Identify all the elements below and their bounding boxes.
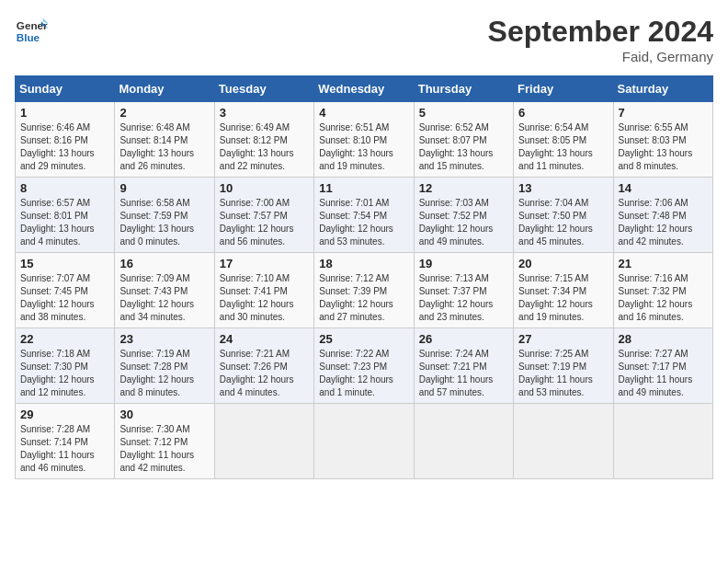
day-number: 2: [119, 106, 209, 120]
day-info: Sunrise: 7:06 AM Sunset: 7:48 PM Dayligh…: [619, 197, 708, 248]
day-info: Sunrise: 6:48 AM Sunset: 8:14 PM Dayligh…: [119, 121, 209, 173]
day-number: 12: [419, 181, 508, 195]
col-saturday: Saturday: [613, 76, 712, 102]
day-info: Sunrise: 7:28 AM Sunset: 7:14 PM Dayligh…: [20, 423, 109, 475]
day-info: Sunrise: 7:04 AM Sunset: 7:50 PM Dayligh…: [518, 197, 608, 248]
calendar-table: Sunday Monday Tuesday Wednesday Thursday…: [15, 75, 713, 479]
day-cell-29: 29 Sunrise: 7:28 AM Sunset: 7:14 PM Dayl…: [16, 404, 115, 479]
empty-cell: [214, 404, 313, 479]
day-cell-14: 14 Sunrise: 7:06 AM Sunset: 7:48 PM Dayl…: [613, 178, 712, 253]
day-cell-10: 10 Sunrise: 7:00 AM Sunset: 7:57 PM Dayl…: [214, 178, 313, 253]
day-info: Sunrise: 7:01 AM Sunset: 7:54 PM Dayligh…: [319, 197, 408, 248]
day-info: Sunrise: 7:22 AM Sunset: 7:23 PM Dayligh…: [319, 348, 408, 399]
col-monday: Monday: [115, 76, 214, 102]
day-number: 1: [20, 106, 109, 120]
day-info: Sunrise: 6:58 AM Sunset: 7:59 PM Dayligh…: [119, 197, 209, 248]
day-info: Sunrise: 6:51 AM Sunset: 8:10 PM Dayligh…: [319, 121, 408, 173]
day-number: 5: [419, 106, 508, 120]
day-number: 19: [419, 257, 508, 270]
logo-icon: General Blue: [15, 15, 48, 48]
day-cell-19: 19 Sunrise: 7:13 AM Sunset: 7:37 PM Dayl…: [414, 253, 513, 328]
day-number: 17: [220, 257, 309, 270]
day-cell-12: 12 Sunrise: 7:03 AM Sunset: 7:52 PM Dayl…: [414, 178, 513, 253]
day-cell-11: 11 Sunrise: 7:01 AM Sunset: 7:54 PM Dayl…: [314, 178, 414, 253]
col-wednesday: Wednesday: [314, 76, 414, 102]
day-info: Sunrise: 7:18 AM Sunset: 7:30 PM Dayligh…: [20, 348, 109, 399]
day-info: Sunrise: 7:10 AM Sunset: 7:41 PM Dayligh…: [220, 272, 309, 324]
day-cell-7: 7 Sunrise: 6:55 AM Sunset: 8:03 PM Dayli…: [613, 102, 712, 178]
col-tuesday: Tuesday: [214, 76, 313, 102]
empty-cell: [314, 404, 414, 479]
day-number: 7: [619, 106, 708, 120]
day-cell-16: 16 Sunrise: 7:09 AM Sunset: 7:43 PM Dayl…: [115, 253, 214, 328]
day-number: 13: [518, 181, 608, 195]
day-number: 27: [518, 332, 608, 346]
day-cell-15: 15 Sunrise: 7:07 AM Sunset: 7:45 PM Dayl…: [16, 253, 115, 328]
day-number: 9: [119, 181, 209, 195]
col-thursday: Thursday: [414, 76, 513, 102]
day-cell-28: 28 Sunrise: 7:27 AM Sunset: 7:17 PM Dayl…: [613, 328, 712, 404]
day-number: 29: [20, 408, 109, 421]
empty-cell: [613, 404, 712, 479]
day-cell-30: 30 Sunrise: 7:30 AM Sunset: 7:12 PM Dayl…: [115, 404, 214, 479]
col-sunday: Sunday: [16, 76, 115, 102]
day-info: Sunrise: 6:52 AM Sunset: 8:07 PM Dayligh…: [419, 121, 508, 173]
day-info: Sunrise: 7:03 AM Sunset: 7:52 PM Dayligh…: [419, 197, 508, 248]
empty-cell: [414, 404, 513, 479]
day-number: 21: [619, 257, 708, 270]
day-number: 15: [20, 257, 109, 270]
day-info: Sunrise: 6:49 AM Sunset: 8:12 PM Dayligh…: [220, 121, 309, 173]
day-number: 23: [119, 332, 209, 346]
day-number: 20: [518, 257, 608, 270]
day-cell-8: 8 Sunrise: 6:57 AM Sunset: 8:01 PM Dayli…: [16, 178, 115, 253]
day-cell-13: 13 Sunrise: 7:04 AM Sunset: 7:50 PM Dayl…: [514, 178, 613, 253]
day-info: Sunrise: 7:24 AM Sunset: 7:21 PM Dayligh…: [419, 348, 508, 399]
day-number: 18: [319, 257, 408, 270]
day-number: 22: [20, 332, 109, 346]
title-block: September 2024 Faid, Germany: [488, 15, 713, 64]
day-info: Sunrise: 7:16 AM Sunset: 7:32 PM Dayligh…: [619, 272, 708, 324]
day-cell-5: 5 Sunrise: 6:52 AM Sunset: 8:07 PM Dayli…: [414, 102, 513, 178]
day-cell-4: 4 Sunrise: 6:51 AM Sunset: 8:10 PM Dayli…: [314, 102, 414, 178]
day-number: 11: [319, 181, 408, 195]
day-cell-17: 17 Sunrise: 7:10 AM Sunset: 7:41 PM Dayl…: [214, 253, 313, 328]
day-info: Sunrise: 7:13 AM Sunset: 7:37 PM Dayligh…: [419, 272, 508, 324]
day-info: Sunrise: 7:07 AM Sunset: 7:45 PM Dayligh…: [20, 272, 109, 324]
day-number: 16: [119, 257, 209, 270]
day-number: 3: [220, 106, 309, 120]
day-info: Sunrise: 7:09 AM Sunset: 7:43 PM Dayligh…: [119, 272, 209, 324]
day-number: 25: [319, 332, 408, 346]
day-info: Sunrise: 6:46 AM Sunset: 8:16 PM Dayligh…: [20, 121, 109, 173]
day-cell-20: 20 Sunrise: 7:15 AM Sunset: 7:34 PM Dayl…: [514, 253, 613, 328]
day-cell-6: 6 Sunrise: 6:54 AM Sunset: 8:05 PM Dayli…: [514, 102, 613, 178]
day-info: Sunrise: 7:00 AM Sunset: 7:57 PM Dayligh…: [220, 197, 309, 248]
day-number: 6: [518, 106, 608, 120]
day-number: 14: [619, 181, 708, 195]
empty-cell: [514, 404, 613, 479]
day-info: Sunrise: 6:57 AM Sunset: 8:01 PM Dayligh…: [20, 197, 109, 248]
day-info: Sunrise: 7:19 AM Sunset: 7:28 PM Dayligh…: [119, 348, 209, 399]
page-header: General Blue September 2024 Faid, German…: [15, 15, 713, 64]
day-cell-21: 21 Sunrise: 7:16 AM Sunset: 7:32 PM Dayl…: [613, 253, 712, 328]
day-number: 30: [119, 408, 209, 421]
day-cell-24: 24 Sunrise: 7:21 AM Sunset: 7:26 PM Dayl…: [214, 328, 313, 404]
day-cell-2: 2 Sunrise: 6:48 AM Sunset: 8:14 PM Dayli…: [115, 102, 214, 178]
day-info: Sunrise: 7:30 AM Sunset: 7:12 PM Dayligh…: [119, 423, 209, 475]
logo: General Blue: [15, 15, 48, 48]
day-number: 28: [619, 332, 708, 346]
day-cell-25: 25 Sunrise: 7:22 AM Sunset: 7:23 PM Dayl…: [314, 328, 414, 404]
day-info: Sunrise: 7:27 AM Sunset: 7:17 PM Dayligh…: [619, 348, 708, 399]
page-title: September 2024: [488, 15, 713, 49]
day-cell-3: 3 Sunrise: 6:49 AM Sunset: 8:12 PM Dayli…: [214, 102, 313, 178]
day-cell-1: 1 Sunrise: 6:46 AM Sunset: 8:16 PM Dayli…: [16, 102, 115, 178]
day-cell-26: 26 Sunrise: 7:24 AM Sunset: 7:21 PM Dayl…: [414, 328, 513, 404]
day-cell-22: 22 Sunrise: 7:18 AM Sunset: 7:30 PM Dayl…: [16, 328, 115, 404]
day-info: Sunrise: 7:15 AM Sunset: 7:34 PM Dayligh…: [518, 272, 608, 324]
day-number: 24: [220, 332, 309, 346]
day-info: Sunrise: 6:55 AM Sunset: 8:03 PM Dayligh…: [619, 121, 708, 173]
day-cell-9: 9 Sunrise: 6:58 AM Sunset: 7:59 PM Dayli…: [115, 178, 214, 253]
day-number: 26: [419, 332, 508, 346]
day-cell-18: 18 Sunrise: 7:12 AM Sunset: 7:39 PM Dayl…: [314, 253, 414, 328]
day-number: 10: [220, 181, 309, 195]
day-number: 8: [20, 181, 109, 195]
